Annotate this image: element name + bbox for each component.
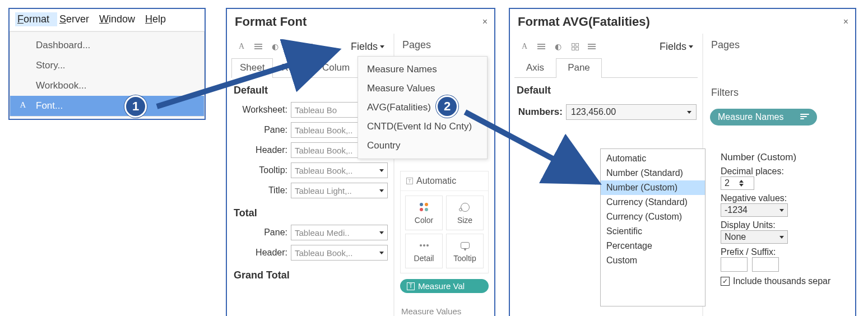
checkbox-icon: ✓ xyxy=(721,277,730,286)
numfmt-currency-standard[interactable]: Currency (Standard) xyxy=(601,195,705,210)
prefix-input[interactable] xyxy=(721,257,748,272)
shading-icon[interactable]: ◐ xyxy=(550,39,566,54)
numfmt-number-custom[interactable]: Number (Custom) xyxy=(601,180,705,195)
label-title: Title: xyxy=(227,185,291,196)
axis-pane-tabs: Axis Pane xyxy=(514,58,698,78)
font-a-icon[interactable]: A xyxy=(517,39,532,54)
numbers-combo[interactable]: 123,456.00 xyxy=(566,104,697,120)
filters-header: Filters xyxy=(703,85,855,104)
format-dropdown: Dashboard... Story... Workbook... A Font… xyxy=(10,31,205,117)
thousands-sep-checkbox[interactable]: ✓ Include thousands separ xyxy=(721,276,854,286)
menu-help[interactable]: Help xyxy=(143,12,174,26)
measure-values-cutoff: Measure Values xyxy=(394,295,494,316)
panel3-close-icon[interactable]: × xyxy=(843,17,848,27)
numfmt-number-standard[interactable]: Number (Standard) xyxy=(601,166,705,180)
pages-header3: Pages xyxy=(703,34,855,57)
marks-detail[interactable]: Detail xyxy=(405,234,443,268)
menuitem-workbook[interactable]: Workbook... xyxy=(10,76,204,96)
fields-item-avg-fatalities[interactable]: AVG(Fatalities) xyxy=(358,98,487,117)
section-default3: Default xyxy=(510,78,702,100)
label-header: Header: xyxy=(227,145,291,155)
section-grandtotal: Grand Total xyxy=(227,263,393,281)
combo-tooltip[interactable]: Tableau Book,.. xyxy=(291,162,388,178)
font-a-icon[interactable]: A xyxy=(234,39,249,54)
numprops-title: Number (Custom) xyxy=(721,152,854,163)
caret-down-icon xyxy=(687,111,691,114)
menu-format[interactable]: Format xyxy=(15,12,57,26)
borders-icon[interactable] xyxy=(567,39,583,54)
panel3-title: Format AVG(Fatalities) xyxy=(518,15,650,29)
menuitem-font[interactable]: A Font... xyxy=(10,96,204,116)
fields-item-cntd-event[interactable]: CNTD(Event Id No Cnty) xyxy=(358,117,487,136)
marks-tooltip[interactable]: Tooltip xyxy=(446,234,484,268)
pages-header: Pages xyxy=(394,34,494,57)
tab-axis[interactable]: Axis xyxy=(514,58,556,77)
section-total: Total xyxy=(227,201,393,222)
combo-total-header[interactable]: Tableau Book,.. xyxy=(291,245,388,261)
number-format-list: Automatic Number (Standard) Number (Cust… xyxy=(600,148,705,306)
menuitem-story[interactable]: Story... xyxy=(10,55,204,76)
label-tooltip: Tooltip: xyxy=(227,165,291,175)
tab-pane[interactable]: Pane xyxy=(556,58,602,78)
fields-item-measure-names[interactable]: Measure Names xyxy=(358,60,487,79)
panel-format-menu: Format Server Window Help Dashboard... S… xyxy=(8,8,206,120)
callout-badge-1: 1 xyxy=(124,95,147,118)
numfmt-custom[interactable]: Custom xyxy=(601,253,705,268)
fields-item-measure-values[interactable]: Measure Values xyxy=(358,79,487,98)
decimal-places-label: Decimal places: xyxy=(721,166,854,176)
tab-rows[interactable]: Rows xyxy=(273,58,314,77)
combo-title[interactable]: Tableau Light,.. xyxy=(291,183,388,198)
tab-sheet[interactable]: Sheet xyxy=(231,58,273,78)
label-total-pane: Pane: xyxy=(227,227,291,238)
menuitem-dashboard[interactable]: Dashboard... xyxy=(10,35,204,55)
align-icon[interactable] xyxy=(533,39,549,54)
panel2-close-icon[interactable]: × xyxy=(482,17,488,27)
display-units-label: Display Units: xyxy=(721,220,854,230)
align-icon[interactable] xyxy=(250,39,266,54)
fields-flyout: Measure Names Measure Values AVG(Fatalit… xyxy=(358,56,488,159)
marks-color[interactable]: Color xyxy=(405,196,443,230)
filter-pill-measure-names[interactable]: Measure Names xyxy=(710,109,817,126)
fields-dropdown3[interactable]: Fields xyxy=(660,41,697,53)
fields-item-country[interactable]: Country xyxy=(358,136,487,155)
negative-values-label: Negative values: xyxy=(721,193,854,203)
measure-values-pill[interactable]: T Measure Val xyxy=(400,279,489,293)
borders-icon[interactable] xyxy=(284,39,300,54)
menubar: Format Server Window Help xyxy=(10,9,205,31)
combo-total-pane[interactable]: Tableau Medi.. xyxy=(291,225,388,240)
label-pane: Pane: xyxy=(227,125,291,135)
callout-badge-2: 2 xyxy=(436,95,458,118)
text-mark-icon: T xyxy=(407,282,415,290)
numfmt-currency-custom[interactable]: Currency (Custom) xyxy=(601,210,705,224)
marks-size[interactable]: Size xyxy=(446,196,484,230)
marks-type-dropdown[interactable]: T Automatic xyxy=(401,171,488,191)
display-units-combo[interactable]: None xyxy=(721,230,788,244)
lines-icon[interactable] xyxy=(301,39,317,54)
label-total-header: Header: xyxy=(227,248,291,258)
decimal-places-input[interactable]: 2 xyxy=(721,176,754,190)
shading-icon[interactable]: ◐ xyxy=(267,39,283,54)
menu-server[interactable]: Server xyxy=(57,12,97,26)
color-icon xyxy=(420,203,429,212)
format-toolbar3: A ◐ Fields xyxy=(510,34,702,58)
label-worksheet: Worksheet: xyxy=(227,105,291,115)
numfmt-scientific[interactable]: Scientific xyxy=(601,224,705,239)
numbers-label: Numbers: xyxy=(510,106,566,118)
caret-down-icon xyxy=(380,45,384,48)
menu-window[interactable]: Window xyxy=(97,12,143,26)
number-custom-props: Number (Custom) Decimal places: 2 Negati… xyxy=(715,148,860,290)
marks-card: T Automatic Color Size Detail xyxy=(400,171,489,273)
caret-down-icon xyxy=(689,45,693,48)
panel2-title: Format Font xyxy=(235,15,307,29)
negative-values-combo[interactable]: -1234 xyxy=(721,203,788,217)
spinner-icon[interactable] xyxy=(731,180,753,187)
prefix-suffix-label: Prefix / Suffix: xyxy=(721,247,854,257)
format-toolbar: A ◐ Fields xyxy=(227,34,393,58)
tooltip-icon xyxy=(461,242,470,249)
numfmt-percentage[interactable]: Percentage xyxy=(601,239,705,253)
numfmt-automatic[interactable]: Automatic xyxy=(601,151,705,166)
fields-dropdown[interactable]: Fields xyxy=(351,41,388,53)
tab-columns[interactable]: Colum xyxy=(314,58,358,77)
suffix-input[interactable] xyxy=(752,257,779,272)
lines-icon[interactable] xyxy=(584,39,600,54)
